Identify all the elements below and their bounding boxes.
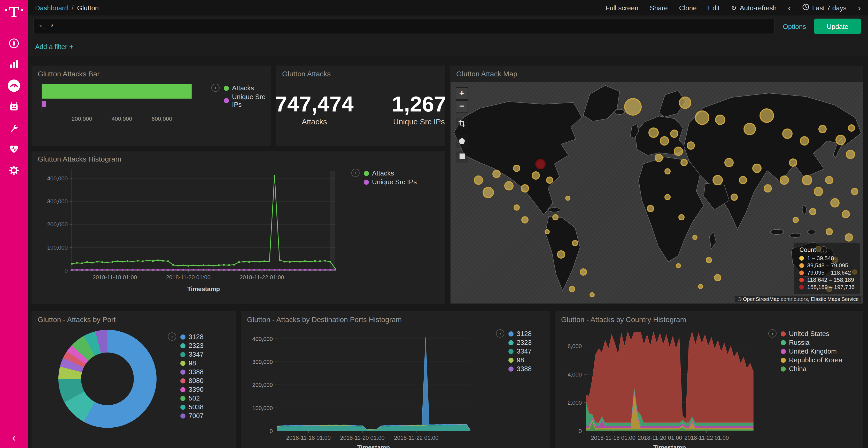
time-forward-button[interactable]: › [858, 3, 861, 12]
full-screen-button[interactable]: Full screen [606, 4, 638, 12]
zoom-in-button[interactable]: + [456, 87, 468, 100]
edit-button[interactable]: Edit [708, 4, 720, 12]
svg-text:2,000: 2,000 [567, 400, 582, 406]
legend-item[interactable]: 2323 [180, 342, 204, 349]
legend-item[interactable]: 98 [180, 359, 204, 367]
sidebar-item-dashboard[interactable] [7, 79, 21, 94]
legend-label: 3347 [517, 347, 532, 355]
topnav-menu: Full screen Share Clone Edit ↻ Auto-refr… [606, 3, 861, 12]
svg-text:2018-11-22 01:00: 2018-11-22 01:00 [684, 435, 729, 441]
legend-label: 3347 [189, 350, 204, 358]
crop-tool-button[interactable] [456, 118, 468, 130]
legend-item[interactable]: 8080 [180, 377, 204, 384]
attack-bubble [521, 216, 528, 224]
legend-color-dot [180, 334, 185, 339]
zoom-out-button[interactable]: − [456, 100, 468, 112]
legend-toggle[interactable]: › [211, 83, 220, 92]
legend-item: 118,642 – 158,189 [799, 277, 855, 283]
breadcrumb-dashboard-link[interactable]: Dashboard [35, 4, 68, 12]
legend-toggle[interactable]: › [496, 329, 504, 338]
legend-toggle[interactable]: › [820, 246, 828, 253]
attack-bubble [557, 250, 565, 259]
polygon-tool-button[interactable] [456, 135, 468, 148]
sidebar-item-monitoring-creature[interactable] [7, 101, 21, 115]
attack-bubble [674, 146, 683, 156]
legend-item[interactable]: 3128 [508, 330, 532, 338]
legend-item[interactable]: Unique Src IPs [224, 93, 267, 108]
legend-item[interactable]: 3388 [508, 365, 532, 373]
svg-text:2018-11-20 01:00: 2018-11-20 01:00 [340, 435, 385, 441]
openstreetmap-link[interactable]: OpenStreetMap [743, 296, 779, 302]
clone-button[interactable]: Clone [679, 4, 697, 12]
auto-refresh-button[interactable]: ↻ Auto-refresh [731, 4, 777, 12]
sidebar-item-tools[interactable] [7, 122, 21, 136]
logo-dot [5, 9, 7, 11]
compass-icon [8, 38, 20, 51]
legend-item[interactable]: 2323 [508, 339, 532, 346]
legend-item[interactable]: 3347 [508, 347, 532, 355]
attack-bubble [848, 125, 855, 132]
legend-color-dot [180, 387, 185, 392]
panel-attacks-histogram: Glutton Attacks Histogram 0100,000200,00… [31, 150, 446, 305]
legend-toggle[interactable]: › [351, 169, 360, 177]
update-button[interactable]: Update [814, 19, 861, 34]
attack-bubble [565, 196, 571, 201]
add-filter-button[interactable]: Add a filter+ [35, 43, 73, 50]
attack-bubble [678, 214, 685, 220]
legend-item[interactable]: Unique Src IPs [364, 178, 417, 186]
legend-item[interactable]: 3347 [180, 350, 204, 358]
sidebar-item-visualize[interactable] [7, 58, 21, 73]
dest-ports-histogram-chart[interactable]: 0100,000200,000300,000400,0002018-11-18 … [243, 326, 496, 448]
attacks-metric[interactable]: 747,474 Attacks 1,267 Unique Src IPs [276, 92, 445, 126]
legend-toggle[interactable]: › [168, 333, 176, 341]
panel-attack-map: Glutton Attack Map [450, 65, 864, 305]
svg-text:200,000: 200,000 [47, 221, 68, 228]
legend-item[interactable]: 7007 [180, 412, 204, 420]
rectangle-tool-button[interactable] [456, 151, 468, 163]
legend-item[interactable]: 3390 [180, 385, 204, 393]
legend-item[interactable]: China [781, 365, 842, 373]
legend-label: 3390 [189, 385, 204, 393]
sidebar-item-discover[interactable] [7, 37, 21, 51]
country-legend: › United StatesRussiaUnited KingdomRepub… [768, 326, 859, 448]
attack-bubble [846, 150, 855, 159]
legend-item[interactable]: Attacks [224, 84, 267, 92]
legend-color-dot [364, 179, 369, 184]
search-query-input[interactable]: >_ * [33, 19, 775, 34]
sidebar-item-settings[interactable] [7, 164, 21, 179]
country-histogram-chart[interactable]: 02,0004,0006,0002018-11-18 01:002018-11-… [557, 326, 768, 448]
sidebar-item-health[interactable] [7, 143, 21, 158]
query-options-link[interactable]: Options [783, 23, 806, 30]
panel-attacks-by-port: Glutton - Attacks by Port › 312823233347… [31, 311, 237, 448]
legend-item[interactable]: 3388 [180, 368, 204, 376]
port-donut-chart[interactable] [58, 330, 157, 428]
legend-item[interactable]: United States [781, 330, 842, 338]
attacks-bar-chart[interactable]: 200,000400,000600,000 [35, 80, 208, 136]
legend-item[interactable]: Republic of Korea [781, 356, 842, 364]
attack-bubble [504, 181, 514, 191]
legend-item[interactable]: Attacks [364, 169, 417, 177]
attack-map[interactable]: + − [451, 82, 863, 304]
sidebar-collapse-button[interactable]: ‹ [0, 432, 28, 444]
svg-text:2018-11-20 01:00: 2018-11-20 01:00 [638, 435, 682, 441]
share-button[interactable]: Share [650, 4, 668, 12]
legend-item[interactable]: United Kingdom [781, 347, 842, 355]
legend-label: Republic of Korea [789, 356, 842, 364]
legend-item[interactable]: 98 [508, 356, 532, 364]
metric-value: 747,474 [275, 92, 354, 116]
legend-label: 98 [517, 356, 524, 364]
time-back-button[interactable]: ‹ [788, 3, 791, 12]
time-range-picker[interactable]: Last 7 days [802, 4, 846, 12]
legend-item[interactable]: 3128 [180, 333, 204, 341]
attack-bubble [830, 198, 839, 207]
attack-bubble [800, 136, 809, 145]
attacks-histogram-chart[interactable]: 0100,000200,000300,000400,0002018-11-18 … [34, 165, 351, 296]
legend-item[interactable]: 502 [180, 394, 204, 402]
legend-toggle[interactable]: › [768, 329, 777, 338]
attack-bubble [569, 286, 575, 292]
telekom-logo[interactable]: T [5, 4, 23, 25]
attack-bubble [752, 164, 762, 173]
elastic-maps-service-link[interactable]: Elastic Maps Service [811, 296, 859, 302]
legend-item[interactable]: 5038 [180, 403, 204, 411]
legend-item[interactable]: Russia [781, 339, 842, 346]
